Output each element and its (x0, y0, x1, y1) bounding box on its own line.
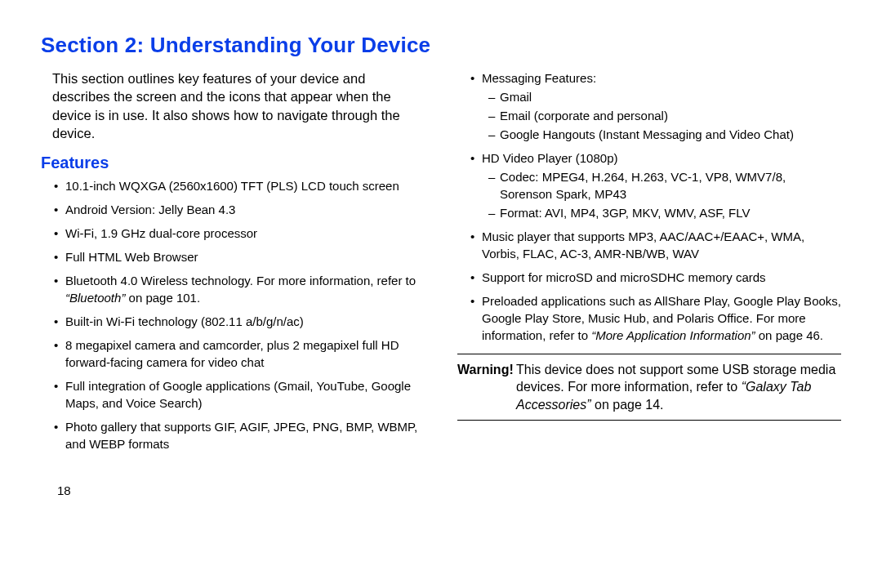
features-list-left: 10.1-inch WQXGA (2560x1600) TFT (PLS) LC… (54, 177, 425, 452)
list-item: Preloaded applications such as AllShare … (470, 292, 841, 344)
text-run: Bluetooth 4.0 Wireless technology. For m… (65, 274, 416, 287)
sub-list-item: Email (corporate and personal) (488, 107, 841, 124)
manual-page: Section 2: Understanding Your Device Thi… (0, 0, 882, 514)
warning-label: Warning! (457, 363, 514, 376)
cross-reference: “More Application Information” (591, 328, 755, 342)
section-title: Section 2: Understanding Your Device (41, 33, 841, 58)
text-run: on page 101. (125, 291, 200, 305)
features-list-right: Messaging Features: Gmail Email (corpora… (470, 69, 841, 344)
text-run: on page 14. (591, 398, 664, 412)
page-number: 18 (57, 483, 841, 497)
intro-paragraph: This section outlines key features of yo… (52, 69, 425, 142)
list-item: Music player that supports MP3, AAC/AAC+… (470, 228, 841, 262)
list-item: 10.1-inch WQXGA (2560x1600) TFT (PLS) LC… (54, 177, 425, 194)
list-item: Built-in Wi-Fi technology (802.11 a/b/g/… (54, 313, 425, 330)
text-run: on page 46. (755, 328, 823, 342)
list-item: Messaging Features: Gmail Email (corpora… (470, 69, 841, 143)
right-column: Messaging Features: Gmail Email (corpora… (457, 69, 841, 459)
list-item: Photo gallery that supports GIF, AGIF, J… (54, 418, 425, 452)
text-run: Messaging Features: (482, 71, 596, 85)
cross-reference: “Bluetooth” (65, 291, 125, 305)
list-item: Full integration of Google applications … (54, 377, 425, 412)
text-run: HD Video Player (1080p) (482, 151, 617, 165)
warning-body: This device does not support some USB st… (457, 361, 841, 414)
sub-list-item: Google Hangouts (Instant Messaging and V… (488, 126, 841, 143)
sub-list-item: Format: AVI, MP4, 3GP, MKV, WMV, ASF, FL… (488, 204, 841, 221)
left-column: This section outlines key features of yo… (41, 69, 425, 459)
list-item: Bluetooth 4.0 Wireless technology. For m… (54, 272, 425, 306)
list-item: Wi-Fi, 1.9 GHz dual-core processor (54, 225, 425, 242)
two-column-layout: This section outlines key features of yo… (41, 69, 841, 459)
sub-list-item: Gmail (488, 88, 841, 105)
sub-list-item: Codec: MPEG4, H.264, H.263, VC-1, VP8, W… (488, 168, 841, 203)
sub-list: Codec: MPEG4, H.264, H.263, VC-1, VP8, W… (488, 168, 841, 221)
list-item: HD Video Player (1080p) Codec: MPEG4, H.… (470, 149, 841, 221)
warning-callout: Warning! This device does not support so… (457, 354, 841, 421)
list-item: 8 megapixel camera and camcorder, plus 2… (54, 336, 425, 371)
list-item: Full HTML Web Browser (54, 248, 425, 265)
list-item: Support for microSD and microSDHC memory… (470, 269, 841, 286)
list-item: Android Version: Jelly Bean 4.3 (54, 201, 425, 218)
sub-list: Gmail Email (corporate and personal) Goo… (488, 88, 841, 143)
features-heading: Features (41, 154, 425, 172)
